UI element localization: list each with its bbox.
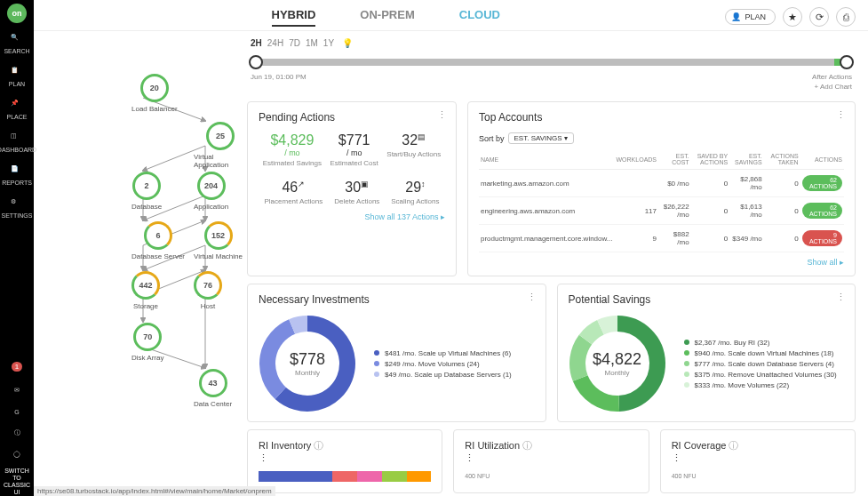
time-option-2H[interactable]: 2H [251, 38, 262, 48]
pending-showall-link[interactable]: Show all 137 Actions ▸ [259, 212, 445, 221]
actions-button[interactable]: 62 ACTIONS [802, 175, 842, 191]
legend-item: $333 /mo. Move Volumes (22) [684, 381, 837, 389]
accounts-showall-link[interactable]: Show all ▸ [479, 258, 844, 267]
sidebar-item-reports[interactable]: 📄REPORTS [0, 165, 36, 186]
node-stor[interactable]: 442Storage [131, 271, 160, 310]
node-ring: 6 [144, 221, 172, 250]
savings-legend: $2,367 /mo. Buy RI (32)$940 /mo. Scale d… [684, 336, 837, 392]
time-slider[interactable] [251, 59, 852, 66]
print-button[interactable]: ⎙ [836, 7, 856, 27]
more-icon[interactable]: ⋮ [259, 452, 431, 464]
axis-label: 400 NFU [465, 473, 637, 479]
user-icon[interactable]: ◯ [11, 448, 23, 460]
node-dc[interactable]: 43Data Center [194, 369, 232, 408]
legend-item: $249 /mo. Move Volumes (24) [374, 360, 512, 368]
node-da[interactable]: 70Disk Array [131, 323, 163, 362]
column-header[interactable]: ACTIONS [800, 149, 844, 170]
column-header[interactable]: WORKLOADS [615, 149, 659, 170]
stat-label: Scaling Actions [391, 197, 439, 205]
node-ring: 70 [133, 323, 162, 351]
legend-dot [684, 372, 689, 377]
stat-value: 46↗ [264, 180, 323, 196]
sidebar-item-dashboard[interactable]: ◫DASHBOARD [0, 132, 36, 153]
hint-icon[interactable]: 💡 [339, 38, 353, 48]
mail-icon[interactable]: ✉ [11, 384, 23, 396]
column-header[interactable]: ACTIONS TAKEN [764, 149, 800, 170]
more-icon[interactable]: ⋮ [437, 109, 447, 121]
time-option-1M[interactable]: 1M [306, 38, 318, 48]
sidebar-item-settings[interactable]: ⚙SETTINGS [0, 198, 36, 219]
pending-stat[interactable]: 32▤Start/Buy Actions [386, 132, 441, 167]
card-title: RI Utilization ⓘ [465, 439, 637, 452]
switch-classic-link[interactable]: SWITCH TO CLASSIC UI [0, 468, 34, 496]
slider-handle-end[interactable] [840, 55, 854, 69]
sort-dropdown[interactable]: EST. SAVINGS ▾ [508, 132, 574, 144]
column-header[interactable]: SAVED BY ACTIONS [691, 149, 730, 170]
ri-inventory-card: RI Inventory ⓘ ⋮ [247, 429, 442, 493]
card-title: Necessary Investments [259, 293, 535, 306]
pending-stat[interactable]: 46↗Placement Actions [264, 180, 323, 205]
node-label: Storage [133, 302, 158, 310]
add-chart-link[interactable]: + Add Chart [251, 83, 852, 91]
time-option-1Y[interactable]: 1Y [323, 38, 334, 48]
node-vm[interactable]: 152Virtual Machine [194, 221, 243, 260]
stat-label: Delete Actions [334, 197, 379, 205]
info-icon[interactable]: ⓘ [729, 440, 738, 451]
pending-stat[interactable]: 29↕Scaling Actions [391, 180, 439, 205]
person-icon: 👤 [731, 12, 741, 21]
top-accounts-card: Top Accounts ⋮ Sort by EST. SAVINGS ▾ NA… [467, 101, 856, 276]
time-option-24H[interactable]: 24H [267, 38, 283, 48]
favorite-button[interactable]: ★ [783, 7, 802, 27]
sidebar-item-place[interactable]: 📌PLACE [0, 100, 36, 120]
node-label: Disk Array [131, 354, 163, 362]
tab-onprem[interactable]: ON-PREM [360, 8, 414, 27]
pending-stat[interactable]: 30▣Delete Actions [334, 180, 379, 205]
plan-button[interactable]: 👤PLAN [725, 9, 776, 25]
actions-button[interactable]: 9 ACTIONS [802, 230, 842, 246]
tab-cloud[interactable]: CLOUD [459, 8, 500, 27]
table-row[interactable]: engineering.aws.amazon.com117$26,222 /mo… [479, 197, 844, 225]
notification-badge[interactable]: 1 [12, 362, 22, 372]
column-header[interactable]: NAME [479, 149, 615, 170]
sidebar-item-search[interactable]: 🔍SEARCH [0, 34, 36, 54]
more-icon[interactable]: ⋮ [836, 109, 846, 121]
sidebar-item-label: SEARCH [4, 48, 29, 54]
info-icon[interactable]: ⓘ [11, 427, 23, 439]
stat-label: Placement Actions [264, 197, 323, 205]
node-host[interactable]: 76Host [194, 271, 222, 310]
more-icon[interactable]: ⋮ [465, 452, 637, 464]
savings-total: $4,822 [593, 350, 641, 369]
legend-item: $777 /mo. Scale down Database Servers (4… [684, 360, 837, 368]
node-va[interactable]: 25Virtual Application [194, 122, 247, 169]
column-header[interactable]: EST. SAVINGS [729, 149, 764, 170]
more-icon[interactable]: ⋮ [672, 452, 844, 464]
tab-hybrid[interactable]: HYBRID [272, 8, 316, 27]
time-controls: 2H24H7D1M1Y 💡 Jun 19, 01:00 PM After Act… [247, 38, 856, 94]
refresh-button[interactable]: ⟳ [809, 7, 829, 27]
table-row[interactable]: productmgmt.management.core.window...9$8… [479, 225, 844, 252]
stat-value: 32▤ [386, 132, 441, 148]
actions-button[interactable]: 62 ACTIONS [802, 203, 842, 219]
table-row[interactable]: marketing.aws.amazon.com$0 /mo0$2,868 /m… [479, 170, 844, 197]
logo[interactable]: on [7, 4, 27, 23]
more-icon[interactable]: ⋮ [836, 292, 846, 303]
node-app[interactable]: 204Application [194, 172, 228, 211]
axis-label: 400 NFU [672, 473, 844, 479]
stat-label: Estimated Savings [263, 159, 322, 167]
ri-coverage-card: RI Coverage ⓘ ⋮ 400 NFU [660, 429, 856, 493]
more-icon[interactable]: ⋮ [527, 292, 537, 303]
column-header[interactable]: EST. COST [658, 149, 691, 170]
pending-stat[interactable]: $771/ moEstimated Cost [330, 132, 378, 167]
help-icon[interactable]: G [11, 405, 23, 418]
legend-dot [374, 361, 379, 366]
slider-handle-start[interactable] [249, 55, 263, 69]
node-dbs[interactable]: 6Database Server [131, 221, 185, 260]
node-db[interactable]: 2Database [131, 172, 162, 211]
info-icon[interactable]: ⓘ [314, 440, 323, 451]
info-icon[interactable]: ⓘ [522, 440, 532, 451]
node-lb[interactable]: 20Load Balancer [131, 74, 178, 113]
sidebar-item-plan[interactable]: 📋PLAN [0, 67, 36, 87]
time-option-7D[interactable]: 7D [289, 38, 300, 48]
node-ring: 442 [131, 271, 160, 300]
pending-stat[interactable]: $4,829/ moEstimated Savings [263, 132, 322, 167]
